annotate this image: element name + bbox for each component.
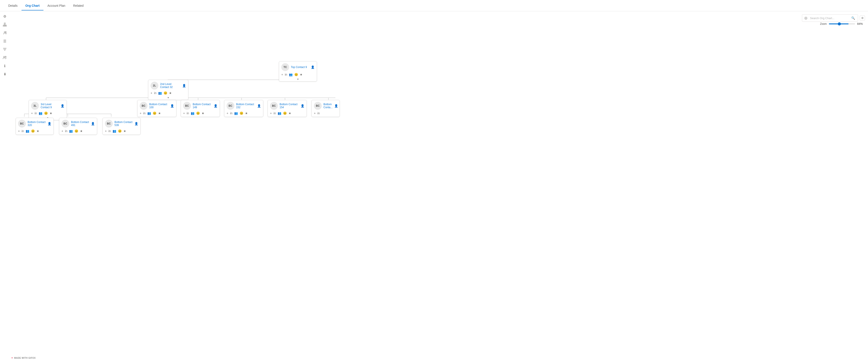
search-input-wrap[interactable]: ◎ 🔍: [802, 14, 858, 22]
avatar-bc320: BC: [18, 120, 26, 127]
connector-lines: [9, 11, 868, 362]
tab-related[interactable]: Related: [69, 1, 88, 10]
tab-details[interactable]: Details: [4, 1, 22, 10]
search-input[interactable]: [810, 17, 849, 20]
linkedin-btn-3l[interactable]: in: [34, 112, 37, 115]
node-actions-bc149: + in 👥 😐 ★: [181, 111, 220, 117]
manage-icon-bc539[interactable]: 👤: [134, 122, 138, 125]
node-actions-2l: + in 👥 😐 ★: [148, 90, 188, 96]
manage-icon-3l[interactable]: 👤: [61, 104, 64, 108]
node-actions-tc9: + in 👥 😐 ★: [279, 72, 317, 78]
avatar-bc152: BC: [226, 102, 235, 110]
node-name-bc539[interactable]: Bottom Contact 539: [115, 121, 133, 127]
node-bc-152: BC Bottom Contact 152 👤 + in 👥 😐 ★: [224, 100, 263, 117]
emoji-btn-tc9[interactable]: 😐: [294, 73, 298, 76]
node-name-tc9[interactable]: Top Contact 9: [291, 66, 309, 69]
avatar-tc9: TC: [281, 63, 289, 71]
gear-icon[interactable]: ⚙: [2, 14, 7, 19]
node-actions-bc539: + in 👥 😐 ★: [103, 128, 140, 134]
manage-icon-2l[interactable]: 👤: [182, 84, 186, 87]
svg-point-9: [4, 31, 5, 33]
node-name-bc149[interactable]: Bottom Contact 149: [193, 103, 212, 109]
manage-icon-tc9[interactable]: 👤: [311, 65, 314, 69]
filter-icon[interactable]: [2, 47, 7, 52]
location-icon: ◎: [804, 16, 809, 20]
manage-icon-bc149[interactable]: 👤: [214, 104, 217, 108]
manage-icon-bc154[interactable]: 👤: [301, 104, 304, 108]
manage-icon-bc320[interactable]: 👤: [48, 122, 51, 125]
connect-btn-2l[interactable]: 👥: [158, 91, 162, 95]
zoom-control: Zoom 84%: [820, 22, 865, 25]
search-settings-icon[interactable]: ⚙: [860, 16, 865, 21]
avatar-bc100: BC: [140, 102, 148, 110]
people-icon[interactable]: [2, 55, 7, 60]
node-3l-9: 3L 3rd Level Contact 9 👤 + in 👥 😐 ★ ▼: [29, 100, 67, 120]
search-icon[interactable]: 🔍: [850, 16, 856, 21]
add-btn-tc9[interactable]: +: [281, 73, 283, 76]
avatar-3l: 3L: [31, 102, 39, 110]
expand-2l[interactable]: ▼: [148, 96, 188, 100]
star-btn-2l[interactable]: ★: [169, 91, 172, 95]
connect-btn-tc9[interactable]: 👥: [289, 73, 292, 76]
watermark: ♥ MADE WITH GIFOX: [11, 356, 36, 359]
manage-icon-bc-last[interactable]: 👤: [334, 104, 338, 108]
manage-icon-bc152[interactable]: 👤: [257, 104, 261, 108]
node-name-2l[interactable]: 2nd Level Contact 32: [160, 83, 181, 89]
node-actions-3l: + in 👥 😐 ★: [29, 111, 66, 117]
node-actions-bc491: + in 👥 😐 ★: [59, 128, 97, 134]
avatar-bc149: BC: [183, 102, 191, 110]
node-bc-last: BC Bottom Conta... 👤 + in: [311, 100, 340, 117]
node-actions-bc-last: + in: [312, 111, 340, 117]
avatar-bc539: BC: [105, 120, 113, 127]
manage-icon-bc491[interactable]: 👤: [91, 122, 95, 125]
node-bc-149: BC Bottom Contact 149 👤 + in 👥 😐 ★: [181, 100, 220, 117]
zoom-slider[interactable]: [829, 24, 855, 24]
node-top-contact-9: TC Top Contact 9 👤 + in 👥 😐 ★ ▼: [279, 61, 317, 82]
avatar-bc491: BC: [61, 120, 69, 127]
search-bar: ◎ 🔍 ⚙: [802, 14, 865, 22]
node-bc-539: BC Bottom Contact 539 👤 + in 👥 😐 ★: [102, 118, 141, 135]
hierarchy-icon[interactable]: [2, 22, 7, 27]
node-2l-32: 2L 2nd Level Contact 32 👤 + in 👥 😐 ★ ▼: [148, 80, 188, 100]
add-btn-3l[interactable]: +: [31, 112, 33, 115]
node-name-bc154[interactable]: Bottom Contact 154: [280, 103, 299, 109]
node-bc-491: BC Bottom Contact 491 👤 + in 👥 😐 ★: [59, 118, 97, 135]
linkedin-btn-tc9[interactable]: in: [285, 73, 287, 76]
node-name-bc152[interactable]: Bottom Contact 152: [236, 103, 255, 109]
svg-rect-1: [3, 25, 4, 26]
add-btn-2l[interactable]: +: [151, 91, 152, 95]
node-bc-100: BC Bottom Contact 100 👤 + in 👥 😐 ★: [137, 100, 176, 117]
node-bc-320: BC Bottom Contact 320 👤 + in 👥 😐 ★: [16, 118, 54, 135]
svg-point-12: [5, 56, 6, 57]
node-name-bc100[interactable]: Bottom Contact 100: [149, 103, 168, 109]
manage-icon-bc100[interactable]: 👤: [170, 104, 174, 108]
svg-point-11: [3, 56, 5, 58]
avatar-bc154: BC: [270, 102, 278, 110]
info-icon[interactable]: ℹ: [2, 63, 7, 68]
node-name-bc-last[interactable]: Bottom Conta...: [323, 103, 333, 109]
node-name-bc320[interactable]: Bottom Contact 320: [28, 121, 46, 127]
linkedin-btn-2l[interactable]: in: [154, 91, 156, 95]
watermark-text: MADE WITH GIFOX: [14, 357, 36, 359]
avatar-bc-last: BC: [314, 102, 322, 110]
node-name-3l[interactable]: 3rd Level Contact 9: [41, 103, 59, 109]
list-icon[interactable]: ☰: [2, 39, 7, 43]
star-btn-tc9[interactable]: ★: [300, 73, 303, 76]
download-icon[interactable]: ⬇: [2, 72, 7, 77]
svg-rect-0: [4, 23, 5, 24]
avatar-2l: 2L: [151, 82, 158, 90]
tab-account-plan[interactable]: Account Plan: [43, 1, 69, 10]
node-actions-bc100: + in 👥 😐 ★: [137, 111, 176, 117]
expand-tc9[interactable]: ▼: [279, 78, 317, 81]
tab-org-chart[interactable]: Org Chart: [22, 1, 43, 10]
svg-rect-2: [4, 25, 5, 26]
emoji-btn-3l[interactable]: 😐: [44, 112, 48, 115]
svg-rect-3: [6, 25, 7, 26]
group-icon[interactable]: [2, 30, 7, 35]
node-name-bc491[interactable]: Bottom Contact 491: [71, 121, 89, 127]
zoom-value: 84%: [857, 22, 865, 25]
node-actions-bc320: + in 👥 😐 ★: [16, 128, 54, 134]
connect-btn-3l[interactable]: 👥: [39, 112, 42, 115]
emoji-btn-2l[interactable]: 😐: [163, 91, 167, 95]
star-btn-3l[interactable]: ★: [50, 112, 52, 115]
